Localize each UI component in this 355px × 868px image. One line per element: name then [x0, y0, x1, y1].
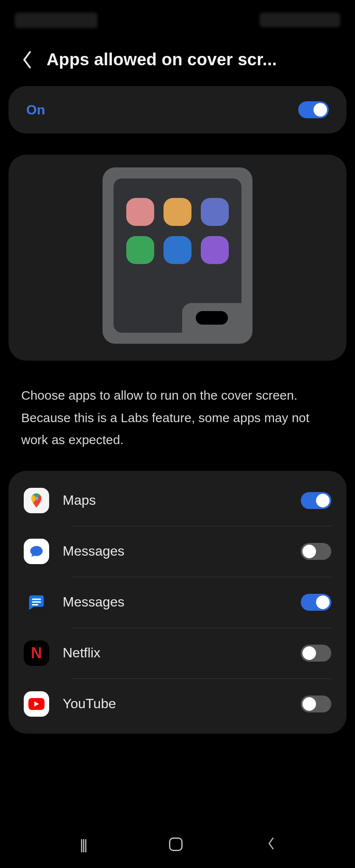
app-toggle-netflix[interactable]: [301, 645, 331, 662]
app-row-maps[interactable]: Maps: [8, 475, 347, 526]
grid-app-blue-icon: [201, 198, 229, 226]
chevron-left-icon: [21, 50, 33, 70]
grid-app-blue2-icon: [164, 236, 191, 264]
nav-back-button[interactable]: [266, 836, 275, 853]
master-toggle-label: On: [26, 102, 45, 118]
grid-app-green-icon: [126, 236, 154, 264]
device-screen: [114, 178, 241, 333]
device-notch: [182, 303, 241, 333]
status-left-redacted: [15, 13, 97, 28]
device-camera-cutout-icon: [196, 311, 228, 325]
netflix-icon: N: [24, 640, 49, 666]
app-toggle-maps[interactable]: [301, 492, 331, 509]
svg-rect-3: [32, 604, 38, 605]
app-label: Maps: [63, 492, 287, 508]
app-label: YouTube: [63, 696, 287, 712]
app-label: Messages: [63, 543, 287, 559]
app-row-messages-google[interactable]: Messages: [8, 577, 347, 628]
app-label: Messages: [63, 594, 287, 610]
master-toggle-switch[interactable]: [298, 101, 329, 118]
grid-app-orange-icon: [164, 198, 191, 226]
page-title: Apps allowed on cover scr...: [47, 50, 336, 69]
app-toggle-youtube[interactable]: [301, 696, 331, 712]
maps-icon: [24, 488, 49, 513]
grid-app-pink-icon: [126, 198, 154, 226]
status-bar: [0, 0, 355, 30]
app-grid-illustration: [125, 198, 230, 264]
app-toggle-messages-google[interactable]: [301, 594, 331, 611]
youtube-icon: [24, 691, 49, 717]
nav-home-button[interactable]: [169, 837, 183, 851]
svg-rect-1: [32, 598, 41, 600]
grid-app-purple-icon: [201, 236, 229, 264]
device-outline: [103, 167, 252, 344]
app-toggle-messages-samsung[interactable]: [301, 543, 331, 560]
page-header: Apps allowed on cover scr...: [0, 30, 355, 86]
google-messages-icon: [24, 590, 49, 615]
navigation-bar: |||: [0, 826, 355, 868]
app-list: Maps Messages Messages N Netflix: [8, 471, 347, 734]
status-right-redacted: [260, 13, 340, 27]
app-row-messages-samsung[interactable]: Messages: [8, 526, 347, 577]
back-button[interactable]: [19, 52, 35, 67]
switch-knob: [313, 103, 327, 117]
app-row-netflix[interactable]: N Netflix: [8, 628, 347, 679]
nav-recents-button[interactable]: |||: [80, 836, 86, 853]
cover-screen-illustration: [8, 155, 347, 361]
app-row-youtube[interactable]: YouTube: [8, 679, 347, 729]
app-label: Netflix: [63, 645, 287, 661]
svg-rect-2: [32, 601, 41, 602]
master-toggle-row[interactable]: On: [8, 86, 347, 134]
feature-description: Choose apps to allow to run on the cover…: [0, 361, 355, 471]
svg-point-0: [35, 497, 38, 500]
samsung-messages-icon: [24, 539, 49, 564]
